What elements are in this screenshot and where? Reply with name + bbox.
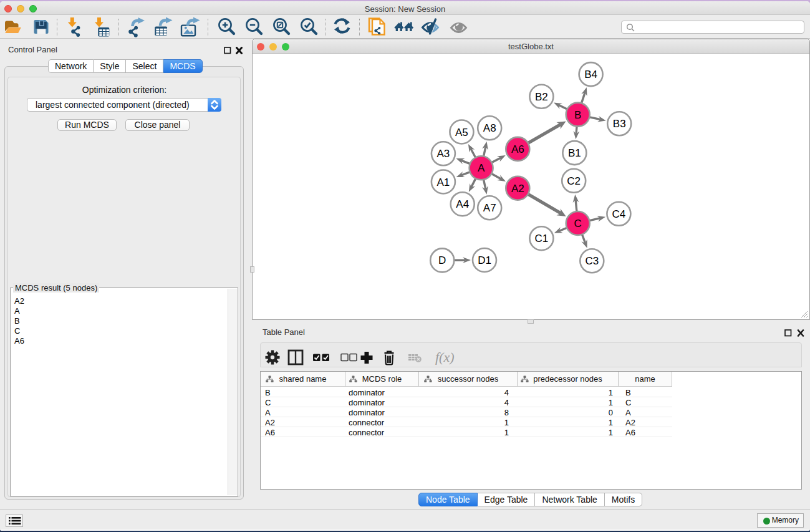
svg-text:A3: A3 <box>437 148 450 160</box>
svg-text:A1: A1 <box>437 177 450 188</box>
svg-text:C4: C4 <box>612 208 626 220</box>
svg-text:C: C <box>574 218 582 230</box>
svg-text:C3: C3 <box>585 255 599 267</box>
svg-text:B4: B4 <box>584 69 597 80</box>
svg-text:B2: B2 <box>535 91 548 103</box>
svg-text:f(x): f(x) <box>435 349 455 365</box>
svg-text:A6: A6 <box>511 143 524 155</box>
svg-text:C2: C2 <box>567 175 581 187</box>
svg-text:B: B <box>574 109 581 121</box>
svg-text:A7: A7 <box>483 202 496 214</box>
svg-text:C1: C1 <box>535 233 549 244</box>
svg-text:B1: B1 <box>568 147 581 159</box>
svg-text:B3: B3 <box>613 118 626 130</box>
svg-text:A5: A5 <box>455 127 468 138</box>
svg-text:D1: D1 <box>478 254 491 266</box>
svg-text:A: A <box>478 162 485 174</box>
svg-text:A2: A2 <box>511 183 524 195</box>
svg-text:D: D <box>438 254 446 266</box>
svg-text:A8: A8 <box>483 122 496 134</box>
svg-text:A4: A4 <box>456 198 469 210</box>
